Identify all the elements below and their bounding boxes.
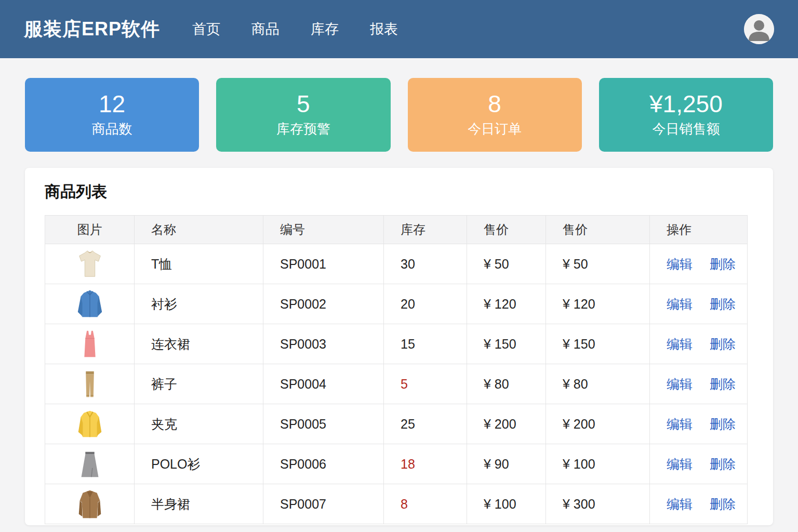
product-image-jacket-icon [74,408,106,440]
product-actions: 编辑 删除 [650,404,748,444]
product-name: 夹克 [135,404,263,444]
stat-card-today-sales: ¥1,250 今日销售额 [599,78,773,152]
column-header-name: 名称 [135,216,263,244]
edit-link[interactable]: 编辑 [667,417,693,431]
product-code: SP0006 [263,444,384,484]
product-code: SP0007 [263,484,384,524]
product-price-1: ¥ 100 [467,484,546,524]
product-actions: 编辑 删除 [650,484,748,524]
stat-label: 今日销售额 [652,120,720,138]
product-stock: 25 [384,404,467,444]
nav-item-inventory[interactable]: 库存 [311,20,339,38]
product-price-2: ¥ 100 [546,444,650,484]
column-header-price2: 售价 [546,216,650,244]
column-header-price1: 售价 [467,216,546,244]
nav-links: 首页 商品 库存 报表 [192,20,398,38]
column-header-actions: 操作 [650,216,748,244]
edit-link[interactable]: 编辑 [667,337,693,351]
stat-label: 今日订单 [468,120,522,138]
product-actions: 编辑 删除 [650,244,748,284]
top-navbar: 服装店ERP软件 首页 商品 库存 报表 [0,0,798,58]
product-actions: 编辑 删除 [650,324,748,364]
table-row: 衬衫 SP0002 20 ¥ 120 ¥ 120 编辑 删除 [45,284,748,324]
stat-card-today-orders: 8 今日订单 [408,78,582,152]
product-stock: 5 [384,364,467,404]
edit-link[interactable]: 编辑 [667,457,693,471]
product-price-2: ¥ 150 [546,324,650,364]
app-title: 服装店ERP软件 [24,17,160,42]
table-row: 裤子 SP0004 5 ¥ 80 ¥ 80 编辑 删除 [45,364,748,404]
product-price-1: ¥ 150 [467,324,546,364]
product-price-1: ¥ 200 [467,404,546,444]
stat-value: ¥1,250 [649,92,723,116]
column-header-stock: 库存 [384,216,467,244]
user-icon [744,14,774,44]
table-row: 连衣裙 SP0003 15 ¥ 150 ¥ 150 编辑 删除 [45,324,748,364]
product-image-pants-icon [74,368,106,400]
product-actions: 编辑 删除 [650,364,748,404]
table-row: 半身裙 SP0007 8 ¥ 100 ¥ 300 编辑 删除 [45,484,748,524]
delete-link[interactable]: 删除 [710,337,736,351]
product-price-2: ¥ 50 [546,244,650,284]
table-row: 夹克 SP0005 25 ¥ 200 ¥ 200 编辑 删除 [45,404,748,444]
stat-value: 8 [488,92,501,116]
product-stock: 18 [384,444,467,484]
product-price-2: ¥ 300 [546,484,650,524]
nav-item-products[interactable]: 商品 [251,20,280,38]
product-price-2: ¥ 200 [546,404,650,444]
product-code: SP0004 [263,364,384,404]
delete-link[interactable]: 删除 [710,417,736,431]
section-title: 商品列表 [45,181,747,203]
edit-link[interactable]: 编辑 [667,497,693,511]
delete-link[interactable]: 删除 [710,457,736,471]
product-image-cell [45,404,135,444]
stat-value: 5 [297,92,310,116]
product-code: SP0005 [263,404,384,444]
product-list-panel: 商品列表 图片 名称 编号 库存 售价 售价 操作 T恤 SP0001 30 ¥… [25,168,773,525]
product-image-cell [45,444,135,484]
product-stock: 8 [384,484,467,524]
table-header-row: 图片 名称 编号 库存 售价 售价 操作 [45,216,748,244]
product-stock: 15 [384,324,467,364]
user-avatar[interactable] [744,14,774,44]
delete-link[interactable]: 删除 [710,377,736,391]
product-name: 半身裙 [135,484,263,524]
product-price-2: ¥ 120 [546,284,650,324]
product-stock: 20 [384,284,467,324]
table-row: POLO衫 SP0006 18 ¥ 90 ¥ 100 编辑 删除 [45,444,748,484]
nav-item-reports[interactable]: 报表 [370,20,398,38]
edit-link[interactable]: 编辑 [667,377,693,391]
delete-link[interactable]: 删除 [710,497,736,511]
delete-link[interactable]: 删除 [710,297,736,311]
product-image-cell [45,484,135,524]
column-header-image: 图片 [45,216,135,244]
stat-card-product-count: 12 商品数 [25,78,199,152]
product-image-shirt-icon [74,288,106,320]
product-price-1: ¥ 120 [467,284,546,324]
product-code: SP0002 [263,284,384,324]
product-name: POLO衫 [135,444,263,484]
product-price-1: ¥ 90 [467,444,546,484]
product-name: 衬衫 [135,284,263,324]
product-image-skirt-icon [74,448,106,480]
product-image-dress-icon [74,328,106,360]
product-code: SP0001 [263,244,384,284]
product-actions: 编辑 删除 [650,284,748,324]
product-image-cell [45,364,135,404]
product-table-body: T恤 SP0001 30 ¥ 50 ¥ 50 编辑 删除 衬衫 SP0002 2… [45,244,748,524]
delete-link[interactable]: 删除 [710,257,736,271]
column-header-code: 编号 [263,216,384,244]
product-code: SP0003 [263,324,384,364]
product-actions: 编辑 删除 [650,444,748,484]
edit-link[interactable]: 编辑 [667,257,693,271]
product-name: 裤子 [135,364,263,404]
edit-link[interactable]: 编辑 [667,297,693,311]
stat-card-low-stock: 5 库存预警 [216,78,390,152]
product-image-cell [45,324,135,364]
product-image-cell [45,244,135,284]
product-image-coat-icon [74,488,106,520]
stat-label: 库存预警 [276,120,330,138]
nav-item-home[interactable]: 首页 [192,20,220,38]
product-name: T恤 [135,244,263,284]
product-price-1: ¥ 80 [467,364,546,404]
